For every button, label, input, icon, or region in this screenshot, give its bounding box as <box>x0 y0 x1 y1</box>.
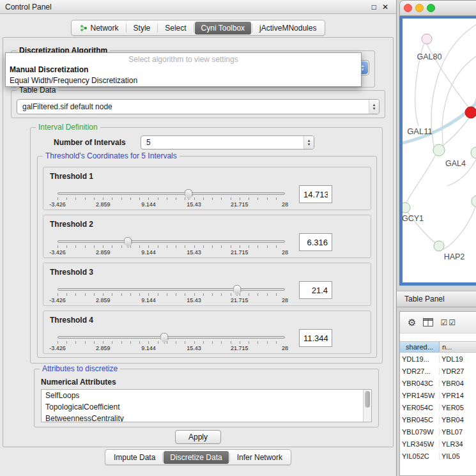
node[interactable] <box>471 147 476 158</box>
cell[interactable]: YBL07 <box>440 428 476 436</box>
node[interactable] <box>403 203 410 213</box>
number-of-intervals-combo[interactable]: 5 ▴ ▾ <box>141 135 314 150</box>
numerical-attributes-label: Numerical Attributes <box>41 378 116 387</box>
group-label: Interval Definition <box>36 123 100 132</box>
scrollbar-thumb[interactable] <box>365 391 370 408</box>
tick-label: -3.426 <box>49 201 66 208</box>
table-row[interactable]: YDR27... YDR27 <box>400 365 476 377</box>
combo-stepper-icon[interactable]: ▴ ▾ <box>303 136 314 149</box>
zoom-traffic-light-icon[interactable] <box>427 4 435 12</box>
close-traffic-light-icon[interactable] <box>404 4 412 12</box>
cell[interactable]: YBR04 <box>440 380 476 387</box>
table-row[interactable]: YBR045C YBR04 <box>400 413 476 426</box>
cell[interactable]: YIL05 <box>440 452 476 460</box>
threshold-3-slider[interactable]: -3.426 2.859 9.144 15.43 21.715 28 <box>58 285 285 305</box>
tick-label: 2.859 <box>96 297 111 303</box>
tab-style[interactable]: Style <box>127 22 157 35</box>
minimize-traffic-light-icon[interactable] <box>415 4 424 12</box>
threshold-3-value[interactable] <box>299 281 332 299</box>
table-row[interactable]: YPR145W YPR14 <box>400 389 476 401</box>
tab-infer-network[interactable]: Infer Network <box>231 451 289 464</box>
table-row[interactable]: YBL079W YBL07 <box>400 426 476 438</box>
cell[interactable]: YIL052C <box>400 452 440 460</box>
thresholds-group: Threshold's Coordinates for 5 Intervals … <box>37 156 377 358</box>
cell[interactable]: YBR043C <box>400 380 440 387</box>
float-window-icon[interactable]: □ <box>372 3 376 12</box>
tick-label: -3.426 <box>49 345 66 351</box>
cell[interactable]: YBR04 <box>440 416 476 424</box>
slider-ticks <box>58 245 285 248</box>
column-header-shared-name[interactable]: shared... <box>400 342 440 352</box>
panel-title: Control Panel <box>5 3 372 12</box>
cell[interactable]: YPR14 <box>440 392 476 399</box>
cell[interactable]: YDL19 <box>440 355 476 363</box>
cell[interactable]: YLR34 <box>440 440 476 448</box>
cell[interactable]: YPR145W <box>400 392 440 399</box>
node[interactable] <box>434 241 444 251</box>
table-row[interactable]: YLR345W YLR34 <box>400 438 476 450</box>
threshold-label: Threshold 3 <box>50 268 93 277</box>
tick-label: 9.144 <box>141 345 156 351</box>
menu-item-manual-discretization[interactable]: Manual Discretization <box>6 65 361 75</box>
node-label: GCY1 <box>403 214 424 223</box>
cell[interactable]: YER05 <box>440 404 476 411</box>
columns-icon[interactable] <box>423 318 433 326</box>
slider-ticks <box>58 293 285 296</box>
threshold-label: Threshold 4 <box>50 316 93 325</box>
tab-separator <box>126 24 127 33</box>
cell[interactable]: YDR27 <box>440 367 476 375</box>
table-data-combo[interactable]: galFiltered.sif default node ▴ ▾ <box>17 99 380 114</box>
table-panel-title: Table Panel <box>404 295 445 303</box>
tick-label: 15.43 <box>187 297 201 303</box>
cell[interactable]: YBL079W <box>400 428 440 436</box>
table-row[interactable]: YIL052C YIL05 <box>400 450 476 462</box>
node[interactable] <box>433 144 445 156</box>
threshold-2-value[interactable] <box>299 233 332 251</box>
threshold-2-panel: Threshold 2 -3.426 2.859 9.144 15.43 21.… <box>43 215 371 258</box>
network-canvas[interactable]: GAL80 GAL11 GAL4 GCY1 HAP2 <box>399 16 476 286</box>
cell[interactable]: YBR045C <box>400 416 440 424</box>
tab-network[interactable]: Network <box>73 22 125 35</box>
node[interactable] <box>422 34 432 44</box>
threshold-2-slider[interactable]: -3.426 2.859 9.144 15.43 21.715 28 <box>58 237 285 257</box>
threshold-1-value[interactable] <box>299 185 332 203</box>
tab-cyni-toolbox[interactable]: Cyni Toolbox <box>195 22 251 35</box>
tick-label: 15.43 <box>187 201 201 208</box>
tab-label: jActiveMNodules <box>259 24 316 33</box>
list-item[interactable]: TopologicalCoefficient <box>42 401 371 413</box>
threshold-1-slider[interactable]: -3.426 2.859 9.144 15.43 21.715 28 <box>58 189 285 210</box>
table-row[interactable]: YBR043C YBR04 <box>400 377 476 389</box>
list-item[interactable]: SelfLoops <box>42 390 371 401</box>
tab-label: Discretize Data <box>170 453 222 462</box>
tab-impute-data[interactable]: Impute Data <box>107 451 162 464</box>
combo-stepper-icon[interactable]: ▴ ▾ <box>369 100 379 114</box>
tab-label: Cyni Toolbox <box>201 24 245 33</box>
cell[interactable]: YDR27... <box>400 367 440 375</box>
selected-red-node[interactable] <box>465 107 476 118</box>
menu-item-equal-width-frequency[interactable]: Equal Width/Frequency Discretization <box>6 75 361 86</box>
threshold-4-slider[interactable]: -3.426 2.859 9.144 15.43 21.715 28 <box>58 333 285 353</box>
tab-discretize-data[interactable]: Discretize Data <box>164 451 228 464</box>
cell[interactable]: YER054C <box>400 404 440 411</box>
table-header-row: shared... n... <box>400 341 476 353</box>
apply-button[interactable]: Apply <box>175 430 221 444</box>
group-label: Table Data <box>17 86 58 95</box>
column-visibility-icons[interactable]: ☑☑ <box>440 318 457 327</box>
column-header-name[interactable]: n... <box>440 342 476 352</box>
gear-icon[interactable]: ⚙ <box>408 317 416 328</box>
node[interactable] <box>472 196 476 207</box>
slider-track <box>58 336 285 339</box>
algorithm-dropdown-popup: Select algorithm to view settings Manual… <box>5 52 362 87</box>
close-icon[interactable]: ✕ <box>382 3 388 12</box>
threshold-4-value[interactable] <box>299 329 332 347</box>
scrollbar[interactable] <box>363 390 371 422</box>
slider-ticks <box>58 341 285 344</box>
table-row[interactable]: YER054C YER05 <box>400 401 476 413</box>
tab-select[interactable]: Select <box>158 22 192 35</box>
list-item[interactable]: BetweennessCentrality <box>42 413 371 422</box>
cell[interactable]: YDL19... <box>400 355 440 363</box>
bottom-tabstrip: Impute Data Discretize Data Infer Networ… <box>105 449 291 465</box>
table-row[interactable]: YDL19... YDL19 <box>400 353 476 365</box>
tab-jactivemnodules[interactable]: jActiveMNodules <box>253 22 323 35</box>
cell[interactable]: YLR345W <box>400 440 440 448</box>
